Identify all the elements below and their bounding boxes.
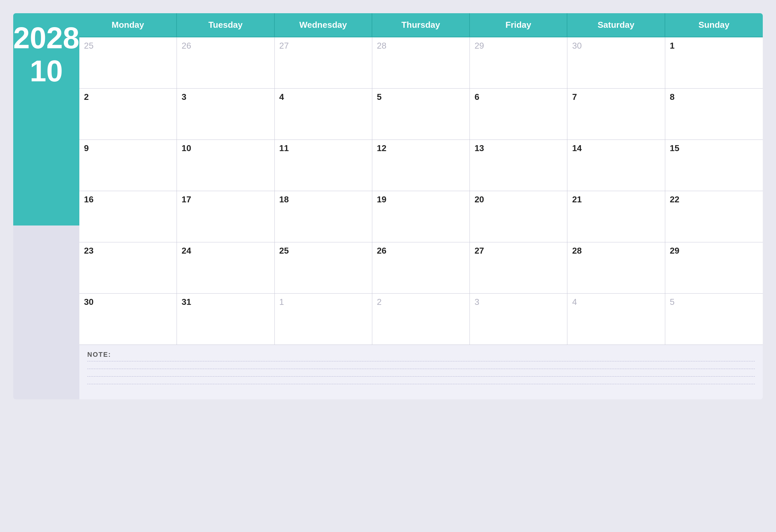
day-number: 29 xyxy=(474,41,562,51)
day-cell[interactable]: 30 xyxy=(567,37,665,88)
day-cell[interactable]: 30 xyxy=(79,294,177,345)
day-number: 20 xyxy=(474,194,562,205)
day-cell[interactable]: 1 xyxy=(275,294,372,345)
day-number: 3 xyxy=(474,297,562,307)
day-cell[interactable]: 5 xyxy=(665,294,763,345)
header-cell-thursday: Thursday xyxy=(372,13,470,37)
day-number: 14 xyxy=(572,143,660,153)
day-cell[interactable]: 2 xyxy=(372,294,470,345)
day-number: 24 xyxy=(182,246,269,256)
day-cell[interactable]: 5 xyxy=(372,88,470,140)
day-cell[interactable]: 23 xyxy=(79,242,177,294)
header-cell-friday: Friday xyxy=(470,13,567,37)
day-number: 25 xyxy=(84,41,172,51)
day-cell[interactable]: 19 xyxy=(372,191,470,242)
year-label: 2028 xyxy=(13,23,79,53)
day-number: 11 xyxy=(279,143,367,153)
day-cell[interactable]: 22 xyxy=(665,191,763,242)
day-cell[interactable]: 28 xyxy=(372,37,470,88)
day-number: 27 xyxy=(474,246,562,256)
day-cell[interactable]: 6 xyxy=(470,88,567,140)
notes-line xyxy=(87,376,755,377)
notes-line xyxy=(87,369,755,369)
day-number: 3 xyxy=(182,92,269,102)
day-cell[interactable]: 14 xyxy=(567,140,665,191)
day-cell[interactable]: 13 xyxy=(470,140,567,191)
day-number: 21 xyxy=(572,194,660,205)
day-number: 29 xyxy=(670,246,758,256)
day-number: 30 xyxy=(572,41,660,51)
day-cell[interactable]: 4 xyxy=(567,294,665,345)
day-cell[interactable]: 16 xyxy=(79,191,177,242)
day-cell[interactable]: 28 xyxy=(567,242,665,294)
day-number: 6 xyxy=(474,92,562,102)
header-cell-monday: Monday xyxy=(79,13,177,37)
day-number: 4 xyxy=(279,92,367,102)
month-name-label: October xyxy=(13,99,79,116)
day-number: 1 xyxy=(670,41,758,51)
day-number: 23 xyxy=(84,246,172,256)
day-number: 4 xyxy=(572,297,660,307)
day-cell[interactable]: 27 xyxy=(470,242,567,294)
day-number: 27 xyxy=(279,41,367,51)
header-cell-saturday: Saturday xyxy=(567,13,665,37)
day-number: 12 xyxy=(377,143,465,153)
day-number: 25 xyxy=(279,246,367,256)
day-cell[interactable]: 2 xyxy=(79,88,177,140)
notes-label: NOTE: xyxy=(87,351,755,358)
day-number: 2 xyxy=(84,92,172,102)
day-number: 19 xyxy=(377,194,465,205)
day-cell[interactable]: 25 xyxy=(79,37,177,88)
day-number: 9 xyxy=(84,143,172,153)
day-cell[interactable]: 27 xyxy=(275,37,372,88)
day-cell[interactable]: 26 xyxy=(177,37,274,88)
day-number: 5 xyxy=(377,92,465,102)
day-cell[interactable]: 24 xyxy=(177,242,274,294)
day-number: 16 xyxy=(84,194,172,205)
day-cell[interactable]: 18 xyxy=(275,191,372,242)
day-cell[interactable]: 29 xyxy=(470,37,567,88)
day-cell[interactable]: 11 xyxy=(275,140,372,191)
day-cell[interactable]: 3 xyxy=(177,88,274,140)
calendar-header: MondayTuesdayWednesdayThursdayFridaySatu… xyxy=(79,13,763,37)
day-number: 10 xyxy=(182,143,269,153)
day-cell[interactable]: 15 xyxy=(665,140,763,191)
day-cell[interactable]: 26 xyxy=(372,242,470,294)
day-number: 7 xyxy=(572,92,660,102)
notes-line xyxy=(87,361,755,361)
day-cell[interactable]: 9 xyxy=(79,140,177,191)
day-number: 15 xyxy=(670,143,758,153)
day-cell[interactable]: 21 xyxy=(567,191,665,242)
day-number: 18 xyxy=(279,194,367,205)
day-cell[interactable]: 20 xyxy=(470,191,567,242)
day-cell[interactable]: 4 xyxy=(275,88,372,140)
day-number: 8 xyxy=(670,92,758,102)
header-cell-wednesday: Wednesday xyxy=(275,13,372,37)
day-cell[interactable]: 25 xyxy=(275,242,372,294)
day-cell[interactable]: 12 xyxy=(372,140,470,191)
header-cell-tuesday: Tuesday xyxy=(177,13,274,37)
month-number-label: 10 xyxy=(30,56,63,86)
calendar-container: 2028 10 October MondayTuesdayWednesdayTh… xyxy=(13,13,763,399)
day-cell[interactable]: 1 xyxy=(665,37,763,88)
day-number: 1 xyxy=(279,297,367,307)
notes-line xyxy=(87,384,755,384)
day-cell[interactable]: 10 xyxy=(177,140,274,191)
day-cell[interactable]: 31 xyxy=(177,294,274,345)
calendar-grid: 2526272829301234567891011121314151617181… xyxy=(79,37,763,345)
day-number: 13 xyxy=(474,143,562,153)
day-number: 26 xyxy=(377,246,465,256)
notes-section: NOTE: xyxy=(79,345,763,399)
day-cell[interactable]: 3 xyxy=(470,294,567,345)
day-number: 28 xyxy=(572,246,660,256)
sidebar: 2028 10 October xyxy=(13,13,79,399)
calendar-main: MondayTuesdayWednesdayThursdayFridaySatu… xyxy=(79,13,763,399)
day-number: 31 xyxy=(182,297,269,307)
day-number: 22 xyxy=(670,194,758,205)
day-cell[interactable]: 8 xyxy=(665,88,763,140)
day-cell[interactable]: 7 xyxy=(567,88,665,140)
day-number: 30 xyxy=(84,297,172,307)
day-number: 5 xyxy=(670,297,758,307)
day-cell[interactable]: 29 xyxy=(665,242,763,294)
day-cell[interactable]: 17 xyxy=(177,191,274,242)
